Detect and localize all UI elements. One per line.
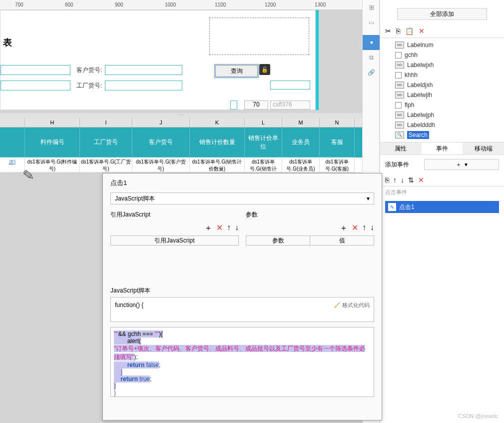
icon-toolbar: ✂ ⎘ 📋 ✕ [380, 24, 504, 38]
header-cell[interactable]: 料件编号 [25, 128, 80, 158]
code-editor[interactable]: ""&& gchh === ""){ alert( "订单号+项次、客户代码、客… [110, 327, 374, 397]
event-item-click1[interactable]: ✎ 点击1 [385, 201, 499, 213]
data-cell[interactable]: ds1客诉单号.G(销售计价数量) [190, 158, 245, 172]
tree-item-gchh[interactable]: gchh [395, 50, 499, 60]
data-cell[interactable]: ds1客诉单号.G(工厂货号) [80, 158, 132, 172]
column-letters: H I J K L M N [0, 118, 362, 128]
tab-mobile[interactable]: 移动端 [463, 142, 504, 154]
up-icon[interactable]: ↑ [393, 176, 397, 184]
input-factory-no[interactable] [105, 80, 182, 90]
search-button[interactable]: 查询 [215, 65, 258, 77]
drag-handle[interactable]: ⋯ [0, 113, 362, 118]
script-type-select[interactable]: JavaScript脚本 ▾ [110, 192, 374, 204]
small-input-1[interactable] [270, 80, 310, 90]
input-customer-no[interactable] [105, 65, 182, 75]
header-cell[interactable]: 客服 [320, 128, 355, 158]
col-J[interactable]: J [132, 118, 190, 127]
rect-icon[interactable]: ▭ [363, 15, 380, 30]
down-icon[interactable]: ↓ [370, 223, 374, 234]
ruler-tick: 1100 [215, 2, 226, 8]
header-cell[interactable]: 工厂货号 [80, 128, 132, 158]
watermark: CSDN @joewdc [458, 413, 498, 419]
dropdown-icon[interactable]: ▾ [363, 35, 380, 50]
data-cell[interactable]: ds1客诉单号.G(业务员) [282, 158, 320, 172]
col-H[interactable]: H [25, 118, 80, 127]
col-N[interactable]: N [320, 118, 355, 127]
label-customer-no: 客户货号: [76, 66, 102, 74]
copy-icon[interactable]: ⧉ [363, 50, 380, 65]
remove-icon[interactable]: ✕ [352, 223, 358, 234]
remove-icon[interactable]: ✕ [216, 223, 223, 234]
event-item-label: 点击1 [399, 203, 415, 212]
tab-properties[interactable]: 属性 [380, 142, 422, 154]
ruler-tick: 1000 [165, 2, 176, 8]
copy-icon[interactable]: ⎘ [396, 27, 400, 35]
delete-event-icon[interactable]: ✕ [418, 176, 424, 184]
sort-icon[interactable]: ⇅ [408, 176, 414, 184]
copy-event-icon[interactable]: ⎘ [385, 176, 389, 184]
tab-events[interactable]: 事件 [422, 142, 463, 154]
search-button-selected[interactable]: 查询 [214, 64, 259, 78]
grid-icon[interactable]: ⊞ [363, 0, 380, 15]
input-left-1[interactable] [0, 65, 70, 75]
add-icon[interactable]: ＋ [340, 223, 348, 234]
tree-item-labelwjph[interactable]: labLabelwjph [395, 110, 499, 120]
ruler-tick: 700 [15, 2, 23, 8]
header-cell[interactable]: 销售计价数量 [190, 128, 245, 158]
header-cell[interactable]: 销售计价单位 [245, 128, 282, 158]
event-hint: 点击事件 [380, 186, 504, 198]
col-M[interactable]: M [282, 118, 320, 127]
form-area: 表 客户货号: 工厂货号: 查询 🔓 70 csff376 [0, 10, 316, 110]
link-icon[interactable]: 🔗 [363, 65, 380, 80]
header-cell[interactable]: 业务员 [282, 128, 320, 158]
up-icon[interactable]: ↑ [362, 223, 366, 234]
add-all-button[interactable]: 全部添加 [397, 8, 487, 20]
dialog-title: 点击1 [103, 174, 382, 192]
tree-item-search[interactable]: 🔍Search [395, 130, 499, 140]
tree-item-labeldjxh[interactable]: labLabeldjxh [395, 80, 499, 90]
col-K[interactable]: K [190, 118, 245, 127]
event-toolbar: ⎘ ↑ ↓ ⇅ ✕ [380, 174, 504, 186]
paste-icon[interactable]: 📋 [405, 27, 414, 35]
params-header: 参数 值 [246, 236, 374, 246]
tree-item-khhh[interactable]: khhh [395, 70, 499, 80]
col-header: 引用JavaScript [111, 236, 238, 245]
cut-icon[interactable]: ✂ [385, 27, 391, 35]
params-label: 参数 [246, 210, 374, 219]
tree-item-flph[interactable]: flph [395, 100, 499, 110]
tree-item-labelwjlh[interactable]: labLabelwjlh [395, 90, 499, 100]
col-L[interactable]: L [245, 118, 282, 127]
data-cell[interactable]: ds1客诉单号.G(客服) [320, 158, 355, 172]
tree-item-labeldddh[interactable]: labLabeldddh [395, 120, 499, 130]
function-signature: function() { 格式化代码 [110, 297, 374, 322]
edit-event-icon[interactable]: ✎ [388, 203, 396, 211]
ref-js-label: 引用JavaScript [110, 210, 239, 219]
slider-handle[interactable] [230, 100, 237, 110]
prefix-cell[interactable]: 次) [0, 158, 25, 172]
lock-icon[interactable]: 🔓 [259, 64, 270, 75]
format-code-button[interactable]: 格式化代码 [334, 302, 370, 309]
col-I[interactable]: I [80, 118, 132, 127]
ref-js-list[interactable] [110, 246, 239, 280]
down-icon[interactable]: ↓ [401, 176, 404, 184]
data-table: H I J K L M N 料件编号 工厂货号 客户货号 销售计价数量 销售计价… [0, 118, 362, 172]
ref-js-header: 引用JavaScript [110, 236, 239, 246]
value-csff: csff376 [270, 100, 310, 110]
up-icon[interactable]: ↑ [227, 223, 231, 234]
add-event-dropdown[interactable]: ＋▾ [424, 159, 499, 170]
ruler-tick: 900 [115, 2, 123, 8]
tree-item-labelwjxh[interactable]: labLabelwjxh [395, 60, 499, 70]
data-cell[interactable]: ds1客诉单号.G(客户货号) [132, 158, 190, 172]
data-cell[interactable]: ds1客诉单号.G(销售计 [245, 158, 282, 172]
params-list[interactable] [246, 246, 374, 280]
input-left-2[interactable] [0, 80, 70, 90]
down-icon[interactable]: ↓ [235, 223, 239, 234]
data-row: 次) ds1客诉单号.G(料件编号) ds1客诉单号.G(工厂货号) ds1客诉… [0, 158, 362, 172]
header-cell[interactable]: 客户货号 [132, 128, 190, 158]
func-open: function() { [115, 302, 143, 308]
add-icon[interactable]: ＋ [204, 223, 212, 234]
value-70: 70 [244, 100, 268, 110]
tree-item-labelnum[interactable]: labLabelnum [395, 40, 499, 50]
delete-icon[interactable]: ✕ [419, 27, 425, 35]
cyan-divider [316, 10, 319, 110]
